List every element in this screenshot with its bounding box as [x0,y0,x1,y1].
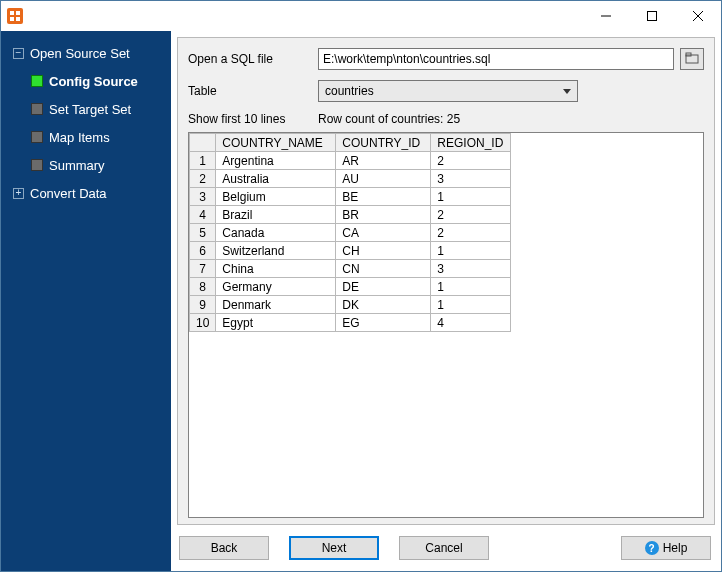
cell-region-id: 4 [431,314,511,332]
table-row[interactable]: 6SwitzerlandCH1 [190,242,511,260]
cell-country-name: Canada [216,224,336,242]
sql-file-input[interactable] [318,48,674,70]
cell-region-id: 3 [431,260,511,278]
cell-country-id: CH [336,242,431,260]
row-count-label: Row count of countries: 25 [318,112,460,126]
cell-country-id: BR [336,206,431,224]
cell-country-name: Australia [216,170,336,188]
corner-cell [190,134,216,152]
cell-country-id: CA [336,224,431,242]
back-button[interactable]: Back [179,536,269,560]
table-row[interactable]: 4BrazilBR2 [190,206,511,224]
row-number-cell: 5 [190,224,216,242]
svg-rect-2 [10,17,14,21]
cell-country-name: China [216,260,336,278]
cell-country-name: Germany [216,278,336,296]
step-status-icon [31,75,43,87]
sidebar-item-label: Set Target Set [49,102,131,117]
help-button[interactable]: ? Help [621,536,711,560]
cell-country-name: Denmark [216,296,336,314]
cell-region-id: 2 [431,224,511,242]
app-icon [7,8,23,24]
cell-region-id: 2 [431,152,511,170]
sidebar-item-map-items[interactable]: Map Items [1,123,171,151]
expand-icon[interactable]: + [13,188,24,199]
row-number-cell: 8 [190,278,216,296]
svg-rect-1 [16,11,20,15]
table-row[interactable]: 5CanadaCA2 [190,224,511,242]
sidebar-item-label: Convert Data [30,186,107,201]
row-number-cell: 9 [190,296,216,314]
cell-country-name: Brazil [216,206,336,224]
cell-region-id: 2 [431,206,511,224]
cell-country-id: AR [336,152,431,170]
browse-file-button[interactable] [680,48,704,70]
table-row[interactable]: 3BelgiumBE1 [190,188,511,206]
cell-region-id: 1 [431,296,511,314]
sidebar-item-convert-data[interactable]: + Convert Data [1,179,171,207]
table-row[interactable]: 9DenmarkDK1 [190,296,511,314]
collapse-icon[interactable]: − [13,48,24,59]
table-row[interactable]: 2AustraliaAU3 [190,170,511,188]
sidebar-item-label: Open Source Set [30,46,130,61]
table-row[interactable]: 10EgyptEG4 [190,314,511,332]
row-number-cell: 7 [190,260,216,278]
sidebar-item-label: Config Source [49,74,138,89]
table-row[interactable]: 7ChinaCN3 [190,260,511,278]
table-select[interactable]: countries [318,80,578,102]
row-number-cell: 3 [190,188,216,206]
close-button[interactable] [675,1,721,31]
col-header-country-name[interactable]: COUNTRY_NAME [216,134,336,152]
svg-rect-5 [648,12,657,21]
cell-country-id: DK [336,296,431,314]
sidebar-item-config-source[interactable]: Config Source [1,67,171,95]
table-select-value: countries [325,84,374,98]
cell-region-id: 1 [431,242,511,260]
col-header-country-id[interactable]: COUNTRY_ID [336,134,431,152]
row-number-cell: 4 [190,206,216,224]
cell-country-name: Switzerland [216,242,336,260]
window-buttons [583,1,721,31]
cell-country-name: Argentina [216,152,336,170]
cell-region-id: 3 [431,170,511,188]
next-button[interactable]: Next [289,536,379,560]
col-header-region-id[interactable]: REGION_ID [431,134,511,152]
row-number-cell: 10 [190,314,216,332]
open-file-label: Open a SQL file [188,52,318,66]
table-row[interactable]: 8GermanyDE1 [190,278,511,296]
table-header-row: COUNTRY_NAME COUNTRY_ID REGION_ID [190,134,511,152]
maximize-button[interactable] [629,1,675,31]
preview-grid[interactable]: COUNTRY_NAME COUNTRY_ID REGION_ID 1Argen… [188,132,704,518]
sidebar-item-set-target-set[interactable]: Set Target Set [1,95,171,123]
content-panel: Open a SQL file Table countries Sh [177,37,715,525]
row-number-cell: 1 [190,152,216,170]
table-row[interactable]: 1ArgentinaAR2 [190,152,511,170]
cancel-button[interactable]: Cancel [399,536,489,560]
wizard-sidebar: − Open Source Set Config Source Set Targ… [1,31,171,571]
footer-bar: Back Next Cancel ? Help [171,525,721,571]
cell-country-id: EG [336,314,431,332]
cell-region-id: 1 [431,278,511,296]
step-status-icon [31,103,43,115]
sidebar-item-label: Summary [49,158,105,173]
cell-country-name: Belgium [216,188,336,206]
cell-country-id: BE [336,188,431,206]
titlebar [1,1,721,31]
wizard-window: − Open Source Set Config Source Set Targ… [0,0,722,572]
cell-country-id: AU [336,170,431,188]
show-first-label: Show first 10 lines [188,112,318,126]
sidebar-item-summary[interactable]: Summary [1,151,171,179]
help-icon: ? [645,541,659,555]
cell-country-id: DE [336,278,431,296]
sidebar-item-open-source-set[interactable]: − Open Source Set [1,39,171,67]
step-status-icon [31,159,43,171]
cell-country-id: CN [336,260,431,278]
minimize-button[interactable] [583,1,629,31]
table-label: Table [188,84,318,98]
svg-rect-0 [10,11,14,15]
folder-icon [685,52,699,67]
sidebar-item-label: Map Items [49,130,110,145]
cell-region-id: 1 [431,188,511,206]
row-number-cell: 6 [190,242,216,260]
row-number-cell: 2 [190,170,216,188]
